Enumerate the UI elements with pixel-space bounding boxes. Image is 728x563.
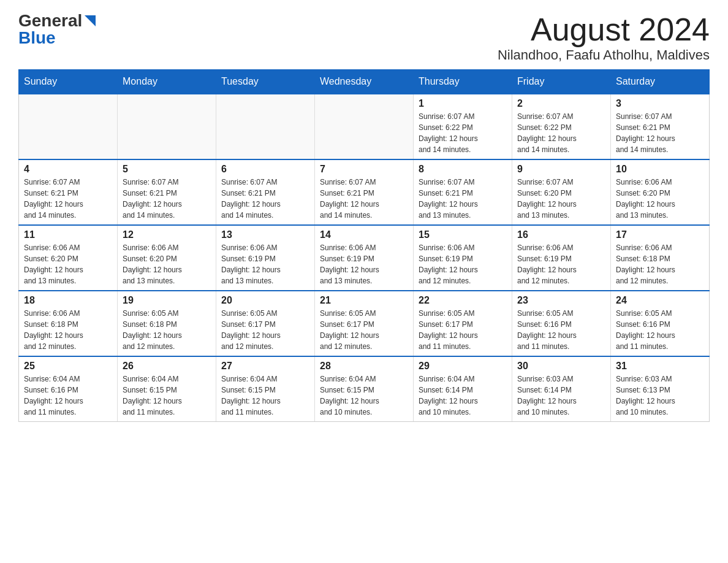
logo-triangle-icon: [85, 15, 96, 26]
header-saturday: Saturday: [611, 70, 710, 94]
day-info: Sunrise: 6:06 AMSunset: 6:19 PMDaylight:…: [517, 242, 605, 286]
day-number: 28: [320, 361, 408, 372]
day-info: Sunrise: 6:06 AMSunset: 6:19 PMDaylight:…: [221, 242, 309, 286]
day-number: 15: [419, 229, 507, 240]
day-number: 26: [123, 361, 211, 372]
table-row: 23Sunrise: 6:05 AMSunset: 6:16 PMDayligh…: [512, 291, 611, 356]
day-number: 5: [123, 164, 211, 175]
month-title: August 2024: [498, 12, 710, 47]
day-number: 9: [517, 164, 605, 175]
day-info: Sunrise: 6:07 AMSunset: 6:21 PMDaylight:…: [616, 111, 704, 155]
day-number: 22: [419, 295, 507, 306]
day-info: Sunrise: 6:07 AMSunset: 6:22 PMDaylight:…: [517, 111, 605, 155]
day-info: Sunrise: 6:07 AMSunset: 6:21 PMDaylight:…: [320, 177, 408, 221]
table-row: 11Sunrise: 6:06 AMSunset: 6:20 PMDayligh…: [19, 225, 118, 291]
table-row: 5Sunrise: 6:07 AMSunset: 6:21 PMDaylight…: [118, 159, 216, 225]
table-row: 9Sunrise: 6:07 AMSunset: 6:20 PMDaylight…: [512, 159, 611, 225]
day-info: Sunrise: 6:06 AMSunset: 6:18 PMDaylight:…: [24, 308, 112, 352]
day-number: 23: [517, 295, 605, 306]
table-row: 13Sunrise: 6:06 AMSunset: 6:19 PMDayligh…: [216, 225, 315, 291]
calendar-header-row: Sunday Monday Tuesday Wednesday Thursday…: [19, 70, 710, 94]
day-info: Sunrise: 6:07 AMSunset: 6:21 PMDaylight:…: [419, 177, 507, 221]
day-info: Sunrise: 6:07 AMSunset: 6:21 PMDaylight:…: [221, 177, 309, 221]
table-row: 6Sunrise: 6:07 AMSunset: 6:21 PMDaylight…: [216, 159, 315, 225]
day-number: 30: [517, 361, 605, 372]
table-row: 14Sunrise: 6:06 AMSunset: 6:19 PMDayligh…: [315, 225, 414, 291]
table-row: 4Sunrise: 6:07 AMSunset: 6:21 PMDaylight…: [19, 159, 118, 225]
table-row: 10Sunrise: 6:06 AMSunset: 6:20 PMDayligh…: [611, 159, 710, 225]
table-row: 7Sunrise: 6:07 AMSunset: 6:21 PMDaylight…: [315, 159, 414, 225]
day-number: 25: [24, 361, 112, 372]
day-number: 31: [616, 361, 704, 372]
day-number: 10: [616, 164, 704, 175]
day-number: 19: [123, 295, 211, 306]
header-friday: Friday: [512, 70, 611, 94]
day-info: Sunrise: 6:06 AMSunset: 6:20 PMDaylight:…: [24, 242, 112, 286]
day-info: Sunrise: 6:04 AMSunset: 6:15 PMDaylight:…: [221, 373, 309, 418]
day-number: 6: [221, 164, 309, 175]
day-info: Sunrise: 6:05 AMSunset: 6:17 PMDaylight:…: [221, 308, 309, 352]
day-info: Sunrise: 6:03 AMSunset: 6:14 PMDaylight:…: [517, 373, 605, 418]
header-tuesday: Tuesday: [216, 70, 315, 94]
day-info: Sunrise: 6:06 AMSunset: 6:19 PMDaylight:…: [419, 242, 507, 286]
table-row: 29Sunrise: 6:04 AMSunset: 6:14 PMDayligh…: [414, 356, 512, 422]
day-info: Sunrise: 6:06 AMSunset: 6:19 PMDaylight:…: [320, 242, 408, 286]
table-row: [19, 94, 118, 159]
day-info: Sunrise: 6:05 AMSunset: 6:16 PMDaylight:…: [517, 308, 605, 352]
day-number: 27: [221, 361, 309, 372]
day-number: 24: [616, 295, 704, 306]
table-row: 12Sunrise: 6:06 AMSunset: 6:20 PMDayligh…: [118, 225, 216, 291]
day-info: Sunrise: 6:04 AMSunset: 6:15 PMDaylight:…: [320, 373, 408, 418]
day-number: 18: [24, 295, 112, 306]
table-row: 1Sunrise: 6:07 AMSunset: 6:22 PMDaylight…: [414, 94, 512, 159]
header-thursday: Thursday: [414, 70, 512, 94]
table-row: 3Sunrise: 6:07 AMSunset: 6:21 PMDaylight…: [611, 94, 710, 159]
day-number: 8: [419, 164, 507, 175]
day-number: 4: [24, 164, 112, 175]
day-info: Sunrise: 6:05 AMSunset: 6:17 PMDaylight:…: [320, 308, 408, 352]
header-monday: Monday: [118, 70, 216, 94]
day-info: Sunrise: 6:04 AMSunset: 6:14 PMDaylight:…: [419, 373, 507, 418]
svg-marker-0: [85, 15, 96, 26]
day-info: Sunrise: 6:07 AMSunset: 6:21 PMDaylight:…: [123, 177, 211, 221]
calendar-week-1: 1Sunrise: 6:07 AMSunset: 6:22 PMDaylight…: [19, 94, 710, 159]
table-row: 31Sunrise: 6:03 AMSunset: 6:13 PMDayligh…: [611, 356, 710, 422]
table-row: 27Sunrise: 6:04 AMSunset: 6:15 PMDayligh…: [216, 356, 315, 422]
table-row: [315, 94, 414, 159]
day-number: 2: [517, 98, 605, 109]
day-info: Sunrise: 6:07 AMSunset: 6:21 PMDaylight:…: [24, 177, 112, 221]
calendar-week-5: 25Sunrise: 6:04 AMSunset: 6:16 PMDayligh…: [19, 356, 710, 422]
title-block: August 2024 Nilandhoo, Faafu Atholhu, Ma…: [498, 12, 710, 63]
table-row: 19Sunrise: 6:05 AMSunset: 6:18 PMDayligh…: [118, 291, 216, 356]
day-info: Sunrise: 6:04 AMSunset: 6:15 PMDaylight:…: [123, 373, 211, 418]
table-row: 8Sunrise: 6:07 AMSunset: 6:21 PMDaylight…: [414, 159, 512, 225]
table-row: 20Sunrise: 6:05 AMSunset: 6:17 PMDayligh…: [216, 291, 315, 356]
calendar-week-2: 4Sunrise: 6:07 AMSunset: 6:21 PMDaylight…: [19, 159, 710, 225]
day-number: 21: [320, 295, 408, 306]
day-info: Sunrise: 6:07 AMSunset: 6:20 PMDaylight:…: [517, 177, 605, 221]
day-info: Sunrise: 6:05 AMSunset: 6:18 PMDaylight:…: [123, 308, 211, 352]
header-wednesday: Wednesday: [315, 70, 414, 94]
table-row: 24Sunrise: 6:05 AMSunset: 6:16 PMDayligh…: [611, 291, 710, 356]
table-row: 22Sunrise: 6:05 AMSunset: 6:17 PMDayligh…: [414, 291, 512, 356]
day-number: 1: [419, 98, 507, 109]
day-info: Sunrise: 6:06 AMSunset: 6:18 PMDaylight:…: [616, 242, 704, 286]
day-info: Sunrise: 6:06 AMSunset: 6:20 PMDaylight:…: [616, 177, 704, 221]
day-info: Sunrise: 6:03 AMSunset: 6:13 PMDaylight:…: [616, 373, 704, 418]
calendar-table: Sunday Monday Tuesday Wednesday Thursday…: [18, 69, 710, 422]
day-info: Sunrise: 6:04 AMSunset: 6:16 PMDaylight:…: [24, 373, 112, 418]
day-info: Sunrise: 6:05 AMSunset: 6:17 PMDaylight:…: [419, 308, 507, 352]
day-number: 20: [221, 295, 309, 306]
day-number: 3: [616, 98, 704, 109]
page-header: General Blue August 2024 Nilandhoo, Faaf…: [18, 12, 710, 63]
table-row: 17Sunrise: 6:06 AMSunset: 6:18 PMDayligh…: [611, 225, 710, 291]
day-number: 11: [24, 229, 112, 240]
day-number: 12: [123, 229, 211, 240]
table-row: [216, 94, 315, 159]
day-info: Sunrise: 6:05 AMSunset: 6:16 PMDaylight:…: [616, 308, 704, 352]
table-row: 15Sunrise: 6:06 AMSunset: 6:19 PMDayligh…: [414, 225, 512, 291]
table-row: 16Sunrise: 6:06 AMSunset: 6:19 PMDayligh…: [512, 225, 611, 291]
table-row: 25Sunrise: 6:04 AMSunset: 6:16 PMDayligh…: [19, 356, 118, 422]
table-row: 2Sunrise: 6:07 AMSunset: 6:22 PMDaylight…: [512, 94, 611, 159]
table-row: 21Sunrise: 6:05 AMSunset: 6:17 PMDayligh…: [315, 291, 414, 356]
